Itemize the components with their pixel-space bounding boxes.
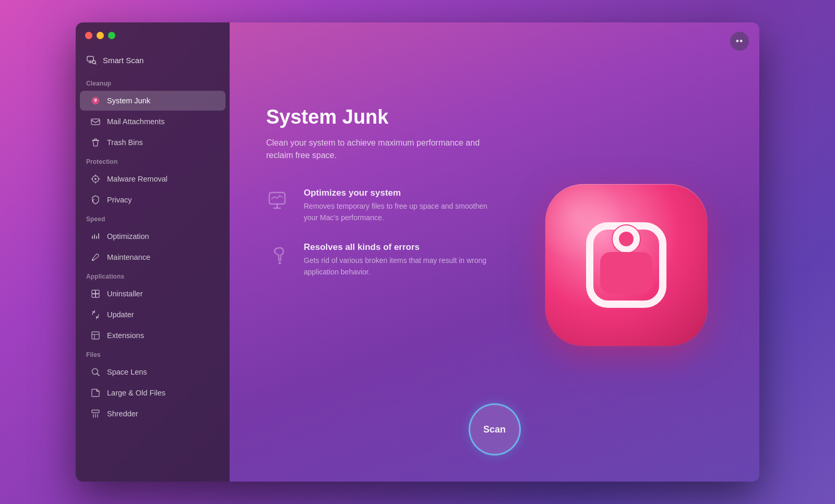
svg-line-4 (95, 63, 96, 64)
svg-point-13 (94, 178, 97, 180)
smart-scan-label: Smart Scan (103, 56, 144, 65)
sidebar-item-large-old-files[interactable]: Large & Old Files (80, 383, 225, 403)
mail-attachments-label: Mail Attachments (107, 117, 164, 126)
sidebar-item-trash-bins[interactable]: Trash Bins (80, 133, 225, 152)
more-dots-icon: •• (736, 36, 744, 47)
protection-section-label: Protection (76, 153, 230, 169)
extensions-icon (90, 330, 101, 341)
scan-button-container: Scan (469, 403, 521, 455)
uninstaller-icon (90, 289, 101, 299)
system-junk-label: System Junk (107, 97, 150, 105)
updater-icon (90, 309, 101, 320)
mail-icon (90, 116, 101, 127)
errors-icon (266, 242, 293, 269)
sidebar-item-mail-attachments[interactable]: Mail Attachments (80, 112, 225, 131)
app-icon-container (545, 184, 712, 351)
svg-rect-23 (92, 332, 99, 339)
content-right (530, 64, 728, 471)
system-junk-icon (90, 95, 101, 106)
svg-rect-0 (87, 56, 93, 61)
cleanup-section-label: Cleanup (76, 75, 230, 90)
sidebar-item-system-junk[interactable]: System Junk (80, 91, 225, 111)
svg-rect-28 (92, 410, 99, 413)
optimize-icon (266, 188, 293, 215)
window-body: Smart Scan Cleanup System Junk (76, 22, 759, 482)
feature-item-optimize: Optimizes your system Removes temporary … (266, 188, 530, 223)
trash-icon (90, 137, 101, 148)
app-window: Smart Scan Cleanup System Junk (76, 22, 759, 482)
updater-label: Updater (107, 310, 134, 319)
shredder-icon (90, 409, 101, 419)
svg-point-18 (92, 259, 94, 261)
sidebar-item-updater[interactable]: Updater (80, 305, 225, 325)
svg-rect-22 (96, 294, 99, 297)
feature-text-optimize: Optimizes your system Removes temporary … (304, 188, 497, 223)
svg-point-26 (92, 369, 98, 375)
more-options-button[interactable]: •• (730, 32, 749, 51)
close-button[interactable] (85, 32, 92, 39)
sidebar-item-malware-removal[interactable]: Malware Removal (80, 169, 225, 189)
space-lens-icon (90, 367, 101, 377)
privacy-label: Privacy (107, 196, 132, 204)
large-old-files-icon (90, 388, 101, 398)
traffic-lights (85, 32, 115, 39)
sidebar-item-privacy[interactable]: Privacy (80, 190, 225, 210)
page-title: System Junk (266, 106, 530, 128)
speed-section-label: Speed (76, 210, 230, 226)
svg-rect-6 (91, 119, 100, 125)
optimization-label: Optimization (107, 232, 149, 241)
applications-section-label: Applications (76, 268, 230, 283)
sidebar-item-maintenance[interactable]: Maintenance (80, 247, 225, 267)
svg-rect-39 (600, 252, 652, 294)
scan-button[interactable]: Scan (469, 403, 521, 455)
uninstaller-label: Uninstaller (107, 290, 143, 298)
maximize-button[interactable] (108, 32, 115, 39)
large-old-files-label: Large & Old Files (107, 389, 165, 397)
sidebar: Smart Scan Cleanup System Junk (76, 22, 230, 482)
page-subtitle: Clean your system to achieve maximum per… (266, 137, 485, 162)
smart-scan-icon (86, 55, 97, 65)
feature-item-errors: Resolves all kinds of errors Gets rid of… (266, 242, 530, 278)
trash-bins-label: Trash Bins (107, 138, 143, 147)
sidebar-item-space-lens[interactable]: Space Lens (80, 362, 225, 382)
sidebar-item-uninstaller[interactable]: Uninstaller (80, 284, 225, 304)
privacy-icon (90, 195, 101, 205)
sidebar-item-smart-scan[interactable]: Smart Scan (76, 49, 230, 75)
maintenance-label: Maintenance (107, 253, 150, 261)
svg-line-27 (98, 374, 100, 376)
main-content: •• System Junk Clean your system to achi… (230, 22, 759, 482)
feature-text-errors: Resolves all kinds of errors Gets rid of… (304, 242, 497, 278)
malware-icon (90, 174, 101, 184)
malware-removal-label: Malware Removal (107, 175, 168, 183)
feature2-desc: Gets rid of various broken items that ma… (304, 255, 497, 278)
extensions-label: Extensions (107, 331, 144, 340)
optimization-icon (90, 231, 101, 242)
minimize-button[interactable] (97, 32, 104, 39)
svg-rect-21 (92, 294, 96, 297)
app-icon-sphere (545, 184, 707, 346)
feature2-title: Resolves all kinds of errors (304, 242, 497, 253)
svg-rect-19 (92, 290, 96, 294)
svg-point-35 (279, 262, 281, 265)
space-lens-label: Space Lens (107, 368, 147, 376)
sidebar-item-optimization[interactable]: Optimization (80, 226, 225, 246)
feature1-title: Optimizes your system (304, 188, 497, 198)
files-section-label: Files (76, 346, 230, 362)
svg-rect-20 (96, 290, 99, 294)
shredder-label: Shredder (107, 410, 138, 418)
sidebar-item-shredder[interactable]: Shredder (80, 404, 225, 424)
feature1-desc: Removes temporary files to free up space… (304, 201, 497, 223)
maintenance-icon (90, 252, 101, 262)
sidebar-item-extensions[interactable]: Extensions (80, 326, 225, 345)
